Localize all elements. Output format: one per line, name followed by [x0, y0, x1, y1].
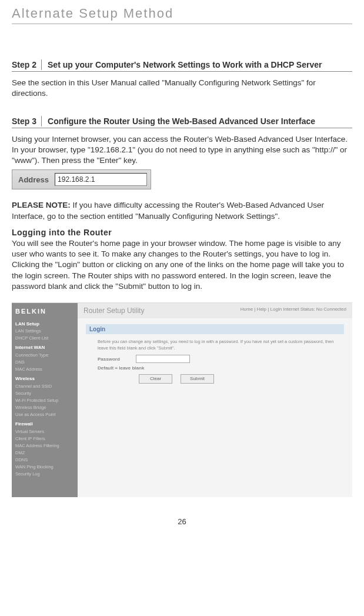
sidebar-item: MAC Address: [15, 366, 74, 373]
router-ui-screenshot: BELKIN LAN Setup LAN Settings DHCP Clien…: [12, 302, 352, 497]
sidebar-item: Virtual Servers: [15, 428, 74, 435]
address-bar-label: Address: [12, 175, 55, 184]
login-help-text: Before you can change any settings, you …: [98, 339, 344, 351]
page-title: Alternate Setup Method: [12, 6, 352, 21]
router-body: Login Before you can change any settings…: [78, 318, 352, 389]
sidebar-item: WAN Ping Blocking: [15, 464, 74, 471]
sidebar-item: Connection Type: [15, 352, 74, 359]
sidebar-item: MAC Address Filtering: [15, 442, 74, 449]
router-top-right: Home | Help | Login Internet Status: No …: [241, 307, 346, 315]
sidebar-cat-wan: Internet WAN: [15, 344, 74, 352]
router-top-title: Router Setup Utility: [84, 307, 144, 315]
router-brand: BELKIN: [15, 307, 74, 317]
please-note-block: PLEASE NOTE: If you have difficulty acce…: [12, 200, 352, 221]
clear-button: Clear: [139, 374, 172, 384]
login-buttons: Clear Submit: [139, 374, 344, 384]
password-label: Password: [98, 357, 130, 362]
password-input: [136, 355, 190, 363]
login-default-row: Default = leave blank: [98, 365, 344, 371]
sidebar-item: Wi-Fi Protected Setup: [15, 397, 74, 404]
router-top-bar: Router Setup Utility Home | Help | Login…: [78, 303, 352, 318]
logging-in-heading: Logging into the Router: [12, 228, 352, 237]
sidebar-item: Security: [15, 390, 74, 397]
sidebar-item: Security Log: [15, 471, 74, 478]
login-password-row: Password: [98, 355, 344, 363]
sidebar-cat-wireless: Wireless: [15, 375, 74, 383]
sidebar-item: Channel and SSID: [15, 383, 74, 390]
default-note: Default = leave blank: [98, 365, 144, 371]
router-sidebar: BELKIN LAN Setup LAN Settings DHCP Clien…: [12, 303, 78, 497]
step-3-header: Step 3 Configure the Router Using the We…: [12, 116, 352, 128]
sidebar-item: DMZ: [15, 449, 74, 457]
address-bar-field: 192.168.2.1: [55, 173, 147, 186]
title-rule: [12, 24, 352, 24]
router-main: Router Setup Utility Home | Help | Login…: [78, 303, 352, 497]
step-3-body: Using your Internet browser, you can acc…: [12, 134, 352, 167]
sidebar-item: DHCP Client List: [15, 335, 74, 342]
sidebar-item: Client IP Filters: [15, 435, 74, 442]
step-3-label: Step 3: [12, 116, 42, 126]
please-note-label: PLEASE NOTE:: [12, 201, 71, 209]
address-bar-graphic: Address 192.168.2.1: [12, 169, 151, 189]
sidebar-item: LAN Settings: [15, 328, 74, 335]
page-number: 26: [0, 517, 364, 526]
sidebar-item: Wireless Bridge: [15, 404, 74, 411]
sidebar-item: DNS: [15, 359, 74, 366]
sidebar-cat-firewall: Firewall: [15, 421, 74, 428]
login-heading: Login: [86, 324, 344, 334]
logging-in-body: You will see the Router's home page in y…: [12, 238, 352, 292]
step-3-title: Configure the Router Using the Web-Based…: [42, 116, 315, 126]
sidebar-item: DDNS: [15, 457, 74, 464]
sidebar-item: Use as Access Point: [15, 411, 74, 418]
step-2-header: Step 2 Set up your Computer's Network Se…: [12, 59, 352, 72]
step-2-body: See the section in this User Manual call…: [12, 78, 352, 99]
step-2-title: Set up your Computer's Network Settings …: [42, 59, 322, 70]
submit-button: Submit: [181, 374, 214, 384]
sidebar-cat-lan: LAN Setup: [15, 321, 74, 328]
step-2-label: Step 2: [12, 59, 42, 70]
